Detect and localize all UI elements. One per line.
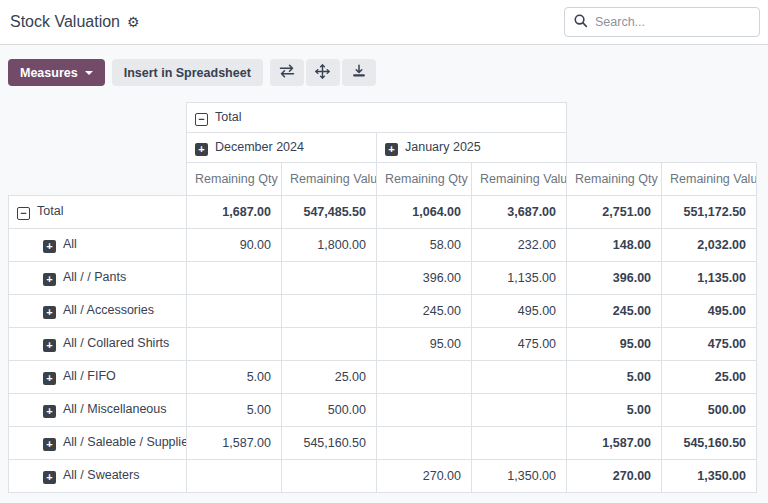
expand-all-icon <box>315 64 330 82</box>
table-row: +All / Collared Shirts95.00475.0095.0047… <box>9 328 757 361</box>
value-cell: 90.00 <box>187 229 282 262</box>
row-header[interactable]: +All / Accessories <box>9 295 187 328</box>
table-row: −Total1,687.00547,485.501,064.003,687.00… <box>9 196 757 229</box>
search-icon <box>573 13 595 32</box>
value-cell: 25.00 <box>282 361 377 394</box>
value-cell: 545,160.50 <box>662 427 757 460</box>
insert-in-spreadsheet-button[interactable]: Insert in Spreadsheet <box>112 59 263 86</box>
value-cell: 2,032.00 <box>662 229 757 262</box>
expand-icon: + <box>43 471 56 484</box>
value-cell <box>282 328 377 361</box>
measure-header[interactable]: Remaining Qty <box>567 163 662 196</box>
measure-header[interactable]: Remaining Qty <box>377 163 472 196</box>
expand-all-button[interactable] <box>306 59 340 86</box>
value-cell: 5.00 <box>567 394 662 427</box>
table-row: +All / FIFO5.0025.005.0025.00 <box>9 361 757 394</box>
value-cell: 1,350.00 <box>662 460 757 493</box>
value-cell: 245.00 <box>377 295 472 328</box>
content-area: Measures Insert in Spreadsheet <box>0 45 768 503</box>
value-cell <box>187 460 282 493</box>
value-cell: 545,160.50 <box>282 427 377 460</box>
value-cell: 1,587.00 <box>187 427 282 460</box>
col-group-january-2025[interactable]: +January 2025 <box>377 133 567 163</box>
table-row: +All90.001,800.0058.00232.00148.002,032.… <box>9 229 757 262</box>
col-group-january-label: January 2025 <box>405 140 481 154</box>
value-cell: 396.00 <box>567 262 662 295</box>
col-group-row-months: +December 2024 +January 2025 <box>9 133 757 163</box>
corner-blank-cell <box>9 163 187 196</box>
value-cell: 495.00 <box>472 295 567 328</box>
row-label-text: All <box>63 237 77 251</box>
col-group-december-2024[interactable]: +December 2024 <box>187 133 377 163</box>
row-label-text: All / Sweaters <box>63 468 139 482</box>
row-header[interactable]: +All / Collared Shirts <box>9 328 187 361</box>
page-title: Stock Valuation <box>10 13 120 31</box>
expand-icon: + <box>43 438 56 451</box>
row-header[interactable]: +All / Sweaters <box>9 460 187 493</box>
value-cell: 25.00 <box>662 361 757 394</box>
col-group-december-label: December 2024 <box>215 140 304 154</box>
col-group-total[interactable]: −Total <box>187 103 567 133</box>
value-cell: 495.00 <box>662 295 757 328</box>
value-cell: 148.00 <box>567 229 662 262</box>
value-cell: 95.00 <box>567 328 662 361</box>
collapse-icon: − <box>17 207 30 220</box>
pivot-toolbar: Measures Insert in Spreadsheet <box>8 59 760 86</box>
value-cell <box>282 460 377 493</box>
pivot-icon-buttons <box>270 59 376 86</box>
value-cell: 475.00 <box>472 328 567 361</box>
value-cell: 5.00 <box>567 361 662 394</box>
top-bar: Stock Valuation ⚙ <box>0 0 768 45</box>
value-cell: 1,135.00 <box>472 262 567 295</box>
search-bar[interactable] <box>564 7 760 37</box>
corner-blank-cell <box>567 133 757 163</box>
expand-icon: + <box>43 339 56 352</box>
value-cell: 547,485.50 <box>282 196 377 229</box>
expand-icon: + <box>385 143 398 156</box>
value-cell <box>472 394 567 427</box>
value-cell <box>282 262 377 295</box>
value-cell: 475.00 <box>662 328 757 361</box>
download-icon <box>352 64 366 81</box>
search-input[interactable] <box>595 15 751 29</box>
download-button[interactable] <box>342 59 376 86</box>
measures-button[interactable]: Measures <box>8 59 105 86</box>
measure-header[interactable]: Remaining Value <box>282 163 377 196</box>
collapse-icon: − <box>195 113 208 126</box>
measure-header[interactable]: Remaining Value <box>662 163 757 196</box>
value-cell: 1,064.00 <box>377 196 472 229</box>
row-header[interactable]: +All / FIFO <box>9 361 187 394</box>
row-header[interactable]: +All / / Pants <box>9 262 187 295</box>
value-cell: 500.00 <box>662 394 757 427</box>
row-header[interactable]: +All / Saleable / Supplies <box>9 427 187 460</box>
row-label-text: All / Collared Shirts <box>63 336 169 350</box>
value-cell: 1,135.00 <box>662 262 757 295</box>
row-header[interactable]: +All <box>9 229 187 262</box>
value-cell: 58.00 <box>377 229 472 262</box>
table-row: +All / Miscellaneous5.00500.005.00500.00 <box>9 394 757 427</box>
row-label-text: All / FIFO <box>63 369 116 383</box>
expand-icon: + <box>43 306 56 319</box>
row-label-text: All / Saleable / Supplies <box>63 435 187 449</box>
measure-header[interactable]: Remaining Qty <box>187 163 282 196</box>
row-header[interactable]: +All / Miscellaneous <box>9 394 187 427</box>
value-cell <box>377 361 472 394</box>
value-cell: 1,800.00 <box>282 229 377 262</box>
row-header[interactable]: −Total <box>9 196 187 229</box>
row-label-text: All / Accessories <box>63 303 154 317</box>
corner-blank-cell <box>567 103 757 133</box>
row-label-text: All / / Pants <box>63 270 126 284</box>
expand-icon: + <box>43 405 56 418</box>
corner-blank-cell <box>9 133 187 163</box>
table-row: +All / / Pants396.001,135.00396.001,135.… <box>9 262 757 295</box>
flip-axis-button[interactable] <box>270 59 304 86</box>
measures-button-label: Measures <box>20 66 78 80</box>
col-group-total-label: Total <box>215 110 241 124</box>
expand-icon: + <box>195 143 208 156</box>
value-cell: 5.00 <box>187 361 282 394</box>
row-label-text: Total <box>37 204 63 218</box>
value-cell: 232.00 <box>472 229 567 262</box>
flip-axis-icon <box>279 64 295 81</box>
measure-header[interactable]: Remaining Value <box>472 163 567 196</box>
gear-icon[interactable]: ⚙ <box>127 15 140 29</box>
